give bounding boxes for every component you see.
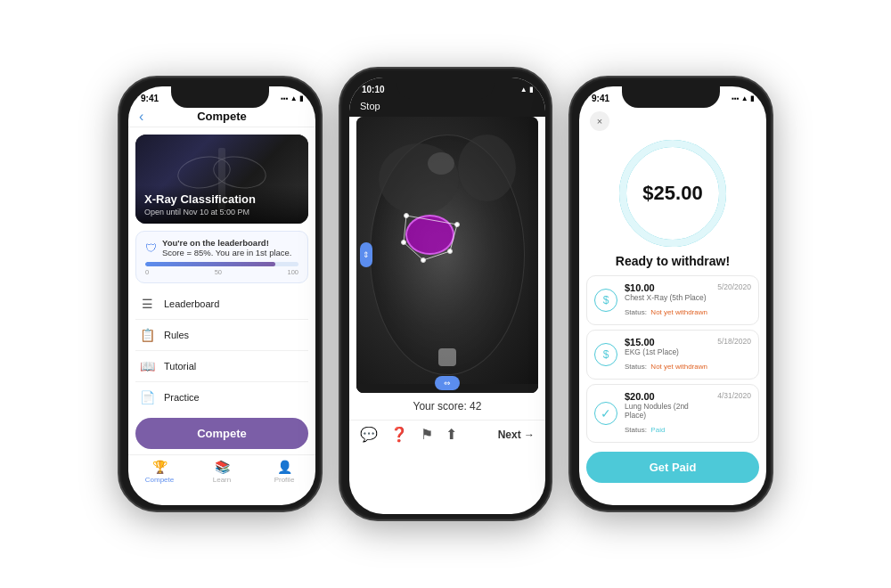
tab-profile-label: Profile [274, 476, 295, 484]
earning-details-2: $15.00 EKG (1st Place) Status: Not yet w… [625, 337, 710, 372]
score-area: Your score: 42 [349, 393, 545, 420]
ready-text: Ready to withdraw! [579, 250, 766, 275]
action-icons: 💬 ❓ ⚑ ⬆ [360, 426, 457, 443]
tab-compete[interactable]: 🏆 Compete [128, 460, 191, 484]
earn-desc-3: Lung Nodules (2nd Place) [625, 402, 710, 420]
earn-date-1: 5/20/2020 [717, 282, 751, 291]
check-icon-3: ✓ [594, 402, 617, 425]
score-text: Your score: 42 [413, 400, 482, 412]
menu-label-practice: Practice [164, 392, 200, 403]
earn-desc-2: EKG (1st Place) [625, 347, 710, 356]
shield-icon: 🛡 [145, 241, 157, 255]
xray-card[interactable]: X-Ray Classification Open until Nov 10 a… [135, 135, 308, 224]
phone-3-header: × [579, 106, 766, 135]
leaderboard-icon: ☰ [139, 297, 155, 311]
earn-desc-1: Chest X-Ray (5th Place) [625, 293, 710, 302]
menu-label-rules: Rules [164, 330, 189, 340]
earn-status-label-3: Paid [650, 426, 665, 434]
dollar-icon-1: $ [594, 289, 617, 312]
menu-label-tutorial: Tutorial [164, 361, 196, 372]
svg-line-4 [423, 251, 450, 260]
ct-scan-area[interactable]: ⇕ ⇔ [356, 117, 538, 393]
profile-tab-icon: 👤 [277, 460, 292, 474]
earn-amount-3: $20.00 [625, 391, 710, 402]
earn-status-label-2: Not yet withdrawn [650, 363, 707, 371]
phone-2: 10:10 ▲ ▮ Stop [339, 67, 552, 521]
tab-compete-label: Compete [145, 476, 174, 484]
progress-bar-fill [145, 262, 275, 266]
progress-bar-track [145, 262, 298, 266]
menu-item-leaderboard[interactable]: ☰ Leaderboard [135, 289, 308, 320]
phone-3: 9:41 ▪▪▪ ▲ ▮ × $25.00 Ready to withdraw! [568, 76, 773, 512]
share-icon[interactable]: ⬆ [446, 426, 457, 443]
rules-icon: 📋 [139, 328, 155, 342]
amount-circle-wrap: $25.00 [579, 135, 766, 250]
menu-item-tutorial[interactable]: 📖 Tutorial [135, 351, 308, 382]
scan-slider-icon[interactable]: ⇔ [435, 376, 460, 390]
menu-list: ☰ Leaderboard 📋 Rules 📖 Tutorial 📄 Pract… [135, 289, 308, 412]
earn-amount-2: $15.00 [625, 337, 710, 347]
leaderboard-text: You're on the leaderboard! [162, 238, 292, 248]
phone-1-status-icons: ▪▪▪ ▲ ▮ [281, 94, 303, 102]
earning-item-1[interactable]: $ $10.00 Chest X-Ray (5th Place) Status:… [586, 275, 759, 325]
dollar-icon-2: $ [594, 343, 617, 366]
amount-circle: $25.00 [619, 140, 726, 247]
phone-3-time: 9:41 [592, 94, 609, 103]
tab-profile[interactable]: 👤 Profile [253, 460, 315, 484]
earn-status-1: Status: Not yet withdrawn [625, 302, 710, 318]
svg-line-0 [404, 216, 406, 242]
withdraw-amount: $25.00 [642, 182, 702, 205]
menu-item-practice[interactable]: 📄 Practice [135, 382, 308, 412]
phone-2-notch [396, 78, 495, 99]
flag-icon[interactable]: ⚑ [421, 426, 433, 443]
leaderboard-subtext: Score = 85%. You are in 1st place. [162, 248, 292, 257]
leaderboard-card: 🛡 You're on the leaderboard! Score = 85%… [135, 231, 308, 283]
tab-learn[interactable]: 📚 Learn [191, 460, 253, 484]
earning-details-1: $10.00 Chest X-Ray (5th Place) Status: N… [625, 282, 710, 318]
earn-status-3: Status: Paid [625, 420, 710, 436]
chat-icon[interactable]: 💬 [360, 426, 378, 443]
tutorial-icon: 📖 [139, 359, 155, 373]
compete-tab-icon: 🏆 [152, 460, 168, 474]
scroll-handle[interactable]: ⇕ [360, 242, 372, 267]
earn-date-2: 5/18/2020 [717, 337, 751, 346]
next-button[interactable]: Next → [498, 429, 535, 441]
xray-title: X-Ray Classification [144, 192, 299, 206]
earn-status-2: Status: Not yet withdrawn [625, 356, 710, 372]
earning-item-3[interactable]: ✓ $20.00 Lung Nodules (2nd Place) Status… [586, 384, 759, 443]
phone-3-status-icons: ▪▪▪ ▲ ▮ [732, 94, 754, 102]
progress-labels: 0 50 100 [145, 268, 298, 276]
svg-line-1 [406, 216, 457, 225]
practice-icon: 📄 [139, 390, 155, 404]
tab-learn-label: Learn [213, 476, 231, 484]
bottom-action-bar: 💬 ❓ ⚑ ⬆ Next → [349, 420, 545, 448]
earning-details-3: $20.00 Lung Nodules (2nd Place) Status: … [625, 391, 710, 436]
phone-1-time: 9:41 [141, 94, 159, 103]
earnings-list: $ $10.00 Chest X-Ray (5th Place) Status:… [586, 275, 759, 443]
get-paid-button[interactable]: Get Paid [586, 452, 759, 483]
phone-1: 9:41 ▪▪▪ ▲ ▮ ‹ Compete [118, 76, 323, 512]
phone-3-notch [622, 86, 720, 108]
phone-2-status-icons: ▲ ▮ [520, 86, 533, 94]
phone-1-notch [171, 86, 269, 108]
help-icon[interactable]: ❓ [390, 426, 408, 443]
phone-2-time: 10:10 [362, 85, 385, 94]
menu-item-rules[interactable]: 📋 Rules [135, 320, 308, 351]
stop-button[interactable]: Stop [360, 101, 380, 111]
earn-status-label-1: Not yet withdrawn [650, 308, 707, 316]
stop-bar: Stop [349, 97, 545, 117]
compete-button[interactable]: Compete [135, 418, 308, 449]
svg-line-3 [404, 242, 423, 260]
earn-date-3: 4/31/2020 [717, 391, 751, 400]
annotation-svg [356, 117, 538, 393]
svg-line-2 [450, 225, 457, 251]
phone-1-header: ‹ Compete [128, 106, 315, 127]
page-title: Compete [197, 110, 247, 123]
menu-label-leaderboard: Leaderboard [164, 298, 219, 309]
earning-item-2[interactable]: $ $15.00 EKG (1st Place) Status: Not yet… [586, 330, 759, 380]
earn-amount-1: $10.00 [625, 282, 710, 293]
learn-tab-icon: 📚 [215, 460, 230, 474]
tab-bar: 🏆 Compete 📚 Learn 👤 Profile [128, 454, 315, 491]
back-arrow-icon[interactable]: ‹ [139, 109, 143, 125]
close-button[interactable]: × [590, 111, 609, 131]
